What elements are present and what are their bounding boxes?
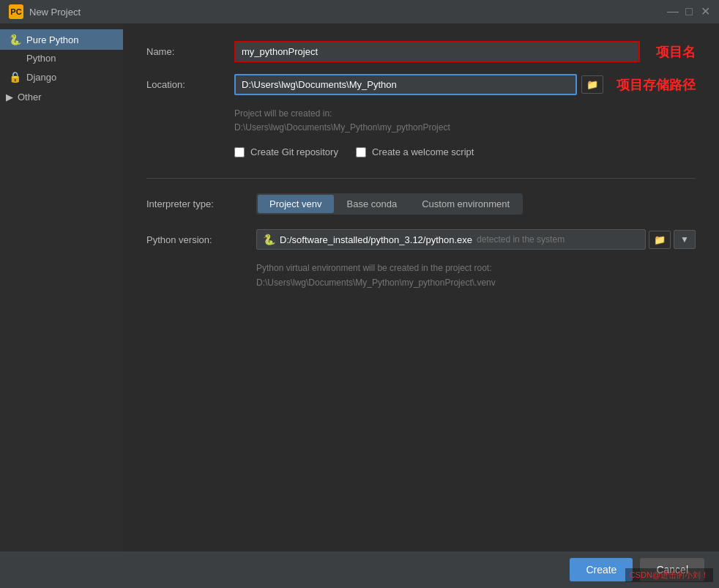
python-snake-icon: 🐍	[263, 234, 275, 245]
location-browse-button[interactable]: 📁	[581, 75, 603, 94]
python-version-path: D:/software_installed/python_3.12/python…	[280, 234, 472, 245]
minimize-button[interactable]: —	[668, 7, 678, 17]
bottom-bar: Create Cancel	[0, 551, 719, 588]
window-controls: — □ ✕	[668, 7, 710, 17]
create-welcome-label: Create a welcome script	[372, 146, 474, 157]
sidebar-item-other[interactable]: ▶ Other	[0, 87, 123, 107]
create-welcome-checkbox[interactable]	[356, 147, 366, 157]
create-git-label: Create Git repository	[250, 146, 338, 157]
lock-icon: 🔒	[9, 71, 21, 83]
create-welcome-checkbox-item[interactable]: Create a welcome script	[356, 146, 474, 157]
location-row: Location: 📁 项目存储路径	[146, 74, 696, 95]
python-icon: 🐍	[9, 34, 21, 45]
interpreter-row: Interpreter type: Project venv Base cond…	[146, 193, 696, 215]
venv-info-line1: Python virtual environment will be creat…	[256, 261, 696, 275]
sidebar-item-label: Pure Python	[26, 34, 79, 45]
sidebar-item-django[interactable]: 🔒 Django	[0, 67, 123, 87]
create-git-checkbox-item[interactable]: Create Git repository	[234, 146, 338, 157]
content-area: Name: 项目名 Location: 📁 项目存储路径 Project wil…	[123, 23, 719, 551]
python-version-row: Python version: 🐍 D:/software_installed/…	[146, 229, 696, 250]
path-info-line2: D:\Users\lwg\Documents\My_Python\my_pyth…	[234, 121, 696, 135]
location-label: Location:	[146, 79, 234, 90]
maximize-button[interactable]: □	[684, 7, 694, 17]
name-input[interactable]	[236, 42, 638, 61]
location-input[interactable]	[234, 74, 577, 95]
chevron-right-icon: ▶	[6, 92, 13, 103]
tab-base-conda[interactable]: Base conda	[335, 195, 409, 213]
watermark: CSDN@进击的小刘！	[625, 568, 713, 582]
tab-project-venv[interactable]: Project venv	[258, 195, 334, 213]
separator	[146, 178, 696, 179]
main-layout: 🐍 Pure Python Python 🔒 Django ▶ Other Na…	[0, 23, 719, 551]
tab-custom-environment[interactable]: Custom environment	[410, 195, 521, 213]
sidebar-subitem-label: Python	[26, 53, 56, 64]
project-path-info: Project will be created in: D:\Users\lwg…	[234, 107, 696, 135]
python-detected-text: detected in the system	[477, 234, 565, 245]
create-git-checkbox[interactable]	[234, 147, 245, 157]
create-button[interactable]: Create	[570, 558, 633, 581]
path-info-line1: Project will be created in:	[234, 107, 696, 121]
sidebar-item-label: Django	[26, 72, 56, 83]
name-annotation: 项目名	[656, 43, 696, 61]
venv-info-line2: D:\Users\lwg\Documents\My_Python\my_pyth…	[256, 276, 696, 290]
checkboxes-row: Create Git repository Create a welcome s…	[234, 146, 696, 157]
python-browse-button[interactable]: 📁	[649, 231, 671, 249]
sidebar-item-pure-python[interactable]: 🐍 Pure Python	[0, 29, 123, 50]
python-version-dropdown[interactable]: ▼	[674, 230, 696, 249]
window-title: New Project	[29, 7, 668, 18]
version-select-display[interactable]: 🐍 D:/software_installed/python_3.12/pyth…	[256, 229, 646, 250]
sidebar-item-label: Other	[18, 92, 42, 103]
venv-info: Python virtual environment will be creat…	[256, 261, 696, 289]
name-row: Name: 项目名	[146, 41, 696, 62]
version-select-wrapper: 🐍 D:/software_installed/python_3.12/pyth…	[256, 229, 696, 250]
app-icon: PC	[9, 4, 23, 19]
location-annotation: 项目存储路径	[616, 76, 696, 94]
python-version-label: Python version:	[146, 234, 256, 245]
name-label: Name:	[146, 46, 234, 57]
sidebar: 🐍 Pure Python Python 🔒 Django ▶ Other	[0, 23, 123, 551]
sidebar-item-python[interactable]: Python	[0, 50, 123, 67]
title-bar: PC New Project — □ ✕	[0, 0, 719, 23]
interpreter-tab-group: Project venv Base conda Custom environme…	[256, 193, 523, 215]
interpreter-label: Interpreter type:	[146, 198, 256, 209]
close-button[interactable]: ✕	[700, 7, 710, 17]
